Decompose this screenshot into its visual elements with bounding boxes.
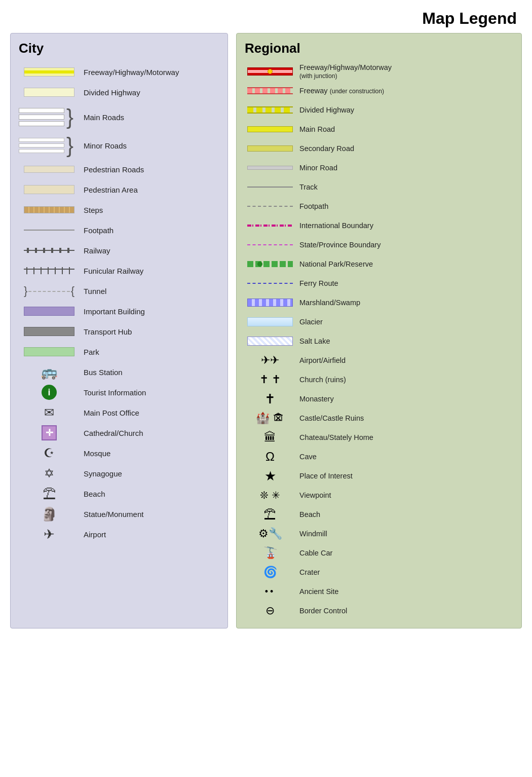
city-cathedral-label: Cathedral/Church — [80, 429, 143, 437]
city-post-office-label: Main Post Office — [80, 409, 139, 417]
city-footpath-icon — [19, 230, 80, 231]
list-item: Ω Cave — [245, 448, 513, 466]
reg-windmill-label: Windmill — [295, 530, 327, 538]
list-item: 🚡 Cable Car — [245, 544, 513, 562]
reg-national-park-icon — [245, 261, 295, 267]
reg-crater-icon: 🌀 — [245, 566, 295, 579]
list-item: } Minor Roads — [19, 132, 219, 159]
list-item: ✈ Airport — [19, 525, 219, 544]
reg-ferry-label: Ferry Route — [295, 279, 338, 287]
reg-salt-lake-label: Salt Lake — [295, 337, 330, 345]
reg-chateau-icon: 🏛 — [245, 430, 295, 445]
city-airport-label: Airport — [80, 530, 106, 539]
list-item: International Boundary — [245, 216, 513, 235]
list-item: Park — [19, 342, 219, 361]
reg-chateau-label: Chateau/Stately Home — [295, 433, 373, 441]
city-transport-hub-label: Transport Hub — [80, 327, 132, 336]
reg-freeway-uc-label: Freeway (under construction) — [295, 87, 384, 95]
reg-state-boundary-icon — [245, 244, 295, 245]
reg-int-boundary-icon — [245, 224, 295, 227]
reg-minor-road-label: Minor Road — [295, 164, 337, 172]
list-item: 🌀 Crater — [245, 563, 513, 581]
reg-divided-icon — [245, 106, 295, 114]
list-item: ✈✈ Airport/Airfield — [245, 351, 513, 369]
reg-church-icon: ✝ ✝ — [245, 373, 295, 386]
reg-monastery-icon: ✝ — [245, 391, 295, 407]
city-railway-label: Railway — [80, 246, 110, 255]
reg-place-interest-icon: ★ — [245, 468, 295, 484]
list-item: ⚙🔧 Windmill — [245, 525, 513, 543]
reg-footpath-icon — [245, 206, 295, 207]
list-item: •• Ancient Site — [245, 582, 513, 601]
city-beach-label: Beach — [80, 490, 105, 498]
city-pedestrian-roads-label: Pedestrian Roads — [80, 165, 144, 174]
list-item: } { Tunnel — [19, 281, 219, 301]
city-cathedral-icon: ✛ — [19, 425, 80, 440]
list-item: ⊖ Border Control — [245, 602, 513, 620]
list-item: Freeway/Highway/Motorway(with junction) — [245, 62, 513, 81]
list-item: ✝ ✝ Church (ruins) — [245, 371, 513, 389]
city-steps-icon — [19, 206, 80, 213]
list-item: Ferry Route — [245, 274, 513, 292]
reg-cable-car-label: Cable Car — [295, 549, 332, 557]
list-item: Important Building — [19, 302, 219, 321]
list-item: Footpath — [19, 220, 219, 240]
reg-main-road-icon — [245, 126, 295, 132]
city-minor-roads-label: Minor Roads — [80, 141, 127, 150]
list-item: ⛱ Beach — [19, 484, 219, 503]
list-item: Secondary Road — [245, 139, 513, 158]
list-item: i Tourist Information — [19, 383, 219, 402]
city-main-roads-icon: } — [19, 106, 80, 128]
list-item: Salt Lake — [245, 332, 513, 350]
regional-heading: Regional — [245, 41, 513, 56]
city-synagogue-icon: ✡ — [19, 466, 80, 480]
city-railway-icon — [19, 248, 80, 253]
reg-crater-label: Crater — [295, 568, 320, 576]
city-statue-icon: 🗿 — [19, 506, 80, 522]
city-important-building-icon — [19, 307, 80, 316]
reg-state-boundary-label: State/Province Boundary — [295, 241, 381, 249]
reg-secondary-road-label: Secondary Road — [295, 144, 354, 153]
list-item: ✡ Synagogue — [19, 464, 219, 483]
list-item: 🚌 Bus Station — [19, 362, 219, 382]
reg-int-boundary-label: International Boundary — [295, 221, 373, 230]
city-heading: City — [19, 41, 219, 56]
list-item: Pedestrian Roads — [19, 160, 219, 179]
reg-cable-car-icon: 🚡 — [245, 546, 295, 560]
city-mosque-label: Mosque — [80, 449, 110, 458]
list-item: Steps — [19, 200, 219, 219]
list-item: Freeway/Highway/Motorway — [19, 62, 219, 82]
city-divided-label: Divided Highway — [80, 88, 140, 97]
reg-ancient-site-label: Ancient Site — [295, 587, 338, 596]
list-item: Divided Highway — [19, 83, 219, 102]
page-title: Map Legend — [0, 0, 532, 33]
list-item: Minor Road — [245, 159, 513, 177]
city-park-icon — [19, 347, 80, 356]
city-beach-icon: ⛱ — [19, 486, 80, 502]
list-item: 🏰 🏚 Castle/Castle Ruins — [245, 409, 513, 427]
reg-church-label: Church (ruins) — [295, 376, 346, 384]
reg-ancient-site-icon: •• — [245, 586, 295, 597]
city-bus-station-icon: 🚌 — [19, 364, 80, 380]
list-item: Marshland/Swamp — [245, 293, 513, 312]
reg-castle-label: Castle/Castle Ruins — [295, 414, 364, 422]
reg-secondary-road-icon — [245, 145, 295, 152]
city-park-label: Park — [80, 348, 99, 356]
list-item: Track — [245, 178, 513, 196]
reg-windmill-icon: ⚙🔧 — [245, 527, 295, 540]
reg-airport-label: Airport/Airfield — [295, 356, 346, 364]
reg-viewpoint-icon: ❊ ✳ — [245, 489, 295, 501]
list-item: Divided Highway — [245, 101, 513, 119]
list-item: ⛱ Beach — [245, 505, 513, 524]
list-item: ✝ Monastery — [245, 390, 513, 408]
list-item: Glacier — [245, 313, 513, 331]
list-item: Freeway (under construction) — [245, 82, 513, 100]
reg-marshland-label: Marshland/Swamp — [295, 299, 360, 307]
list-item: ★ Place of Interest — [245, 467, 513, 485]
city-tourist-info-icon: i — [19, 385, 80, 400]
list-item: Transport Hub — [19, 322, 219, 341]
reg-track-icon — [245, 187, 295, 188]
reg-ferry-icon — [245, 283, 295, 284]
reg-minor-road-icon — [245, 166, 295, 170]
city-statue-label: Statue/Monument — [80, 510, 143, 519]
